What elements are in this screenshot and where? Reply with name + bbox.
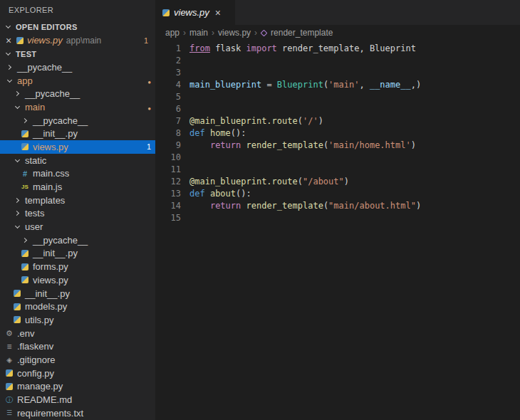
- breadcrumb-render-template[interactable]: render_template: [271, 28, 333, 38]
- chevron-right-icon: [12, 195, 22, 205]
- breadcrumb-views-py[interactable]: views.py: [218, 28, 251, 38]
- code-token: ():: [231, 128, 246, 138]
- folder-item-pycache[interactable]: __pycache__: [0, 87, 155, 100]
- file-item-manage-py[interactable]: manage.py: [0, 380, 155, 394]
- tab-views-py[interactable]: views.py: [155, 0, 235, 25]
- file-item-config-py[interactable]: config.py: [0, 367, 155, 380]
- code-line-6[interactable]: 6: [155, 103, 520, 115]
- file-item-init-py[interactable]: __init__.py: [0, 247, 155, 261]
- open-editor-item-views-py[interactable]: views.py app\main 1: [0, 33, 155, 47]
- open-editor-path: app\main: [66, 36, 101, 46]
- file-item-requirements-txt[interactable]: requirements.txt: [0, 406, 155, 420]
- code-token: home: [210, 128, 231, 138]
- file-item-readme-md[interactable]: README.md: [0, 393, 155, 406]
- code-token: '/': [303, 116, 318, 126]
- code-token: "/about": [303, 177, 344, 187]
- line-number: 3: [155, 67, 181, 79]
- code-token: [205, 128, 210, 138]
- code-line-9[interactable]: 9 return render_template('main/home.html…: [155, 140, 520, 152]
- code-token: return: [210, 201, 241, 211]
- file-item-gitignore[interactable]: .gitignore: [0, 353, 155, 367]
- line-number: 10: [155, 152, 181, 164]
- python-file-icon: [20, 275, 30, 285]
- python-file-icon: [20, 142, 30, 152]
- item-label: forms.py: [33, 261, 68, 272]
- folder-item-pycache[interactable]: __pycache__: [0, 233, 155, 247]
- code-line-13[interactable]: 13def about():: [155, 188, 520, 200]
- code-line-3[interactable]: 3: [155, 67, 520, 79]
- file-item-forms-py[interactable]: forms.py: [0, 260, 155, 273]
- item-label: __pycache__: [33, 235, 88, 246]
- code-line-14[interactable]: 14 return render_template("main/about.ht…: [155, 200, 520, 212]
- code-line-4[interactable]: 4main_blueprint = Blueprint('main', __na…: [155, 79, 520, 91]
- folder-item-tests[interactable]: tests: [0, 207, 155, 221]
- modified-dot-icon: [147, 75, 151, 86]
- python-file-icon: [162, 9, 170, 16]
- line-content: def about():: [181, 188, 251, 200]
- code-line-7[interactable]: 7@main_blueprint.route('/'): [155, 115, 520, 127]
- file-item-views-py[interactable]: views.py1: [0, 140, 155, 154]
- code-line-12[interactable]: 12@main_blueprint.route("/about"): [155, 176, 520, 188]
- item-label: .flaskenv: [17, 341, 53, 352]
- file-item-utils-py[interactable]: utils.py: [0, 313, 155, 327]
- code-token: [205, 189, 210, 199]
- item-label: .gitignore: [17, 355, 55, 365]
- folder-item-pycache[interactable]: __pycache__: [0, 114, 155, 127]
- code-line-11[interactable]: 11: [155, 164, 520, 176]
- code-token: __name__: [370, 80, 411, 90]
- folder-item-templates[interactable]: templates: [0, 194, 155, 207]
- folder-item-static[interactable]: static: [0, 154, 155, 167]
- breadcrumb-app[interactable]: app: [165, 28, 180, 38]
- code-line-8[interactable]: 8def home():: [155, 127, 520, 140]
- folder-item-app[interactable]: app: [0, 74, 155, 88]
- breadcrumb-main[interactable]: main: [189, 28, 208, 38]
- code-line-2[interactable]: 2: [155, 55, 520, 67]
- item-label: __init__.py: [25, 288, 70, 299]
- code-line-15[interactable]: 15: [155, 212, 520, 224]
- item-label: tests: [25, 208, 44, 219]
- item-label: static: [25, 155, 46, 166]
- chevron-down-icon: [12, 102, 22, 112]
- js-file-icon: [20, 182, 30, 192]
- file-item-main-css[interactable]: main.css: [0, 167, 155, 181]
- close-icon[interactable]: [4, 36, 13, 46]
- code-editor[interactable]: 1from flask import render_template, Blue…: [155, 41, 520, 420]
- code-token: def: [189, 128, 205, 138]
- item-label: main.js: [33, 182, 62, 192]
- file-item-flaskenv[interactable]: .flaskenv: [0, 340, 155, 353]
- open-editors-header[interactable]: OPEN EDITORS: [0, 20, 155, 33]
- code-line-1[interactable]: 1from flask import render_template, Blue…: [155, 43, 520, 55]
- file-item-init-py[interactable]: __init__.py: [0, 127, 155, 140]
- folder-item-pycache[interactable]: __pycache__: [0, 61, 155, 74]
- file-item-models-py[interactable]: models.py: [0, 300, 155, 313]
- code-line-5[interactable]: 5: [155, 91, 520, 103]
- file-item-init-py[interactable]: __init__.py: [0, 287, 155, 300]
- line-number: 7: [155, 115, 181, 127]
- line-content: [181, 103, 189, 115]
- line-content: [181, 212, 189, 224]
- code-token: ): [318, 116, 323, 126]
- folder-item-user[interactable]: user: [0, 220, 155, 233]
- file-item-main-js[interactable]: main.js: [0, 180, 155, 194]
- config-file-icon: [4, 342, 14, 352]
- line-number: 15: [155, 212, 181, 224]
- folder-item-main[interactable]: main: [0, 100, 155, 114]
- code-token: import: [246, 43, 276, 53]
- code-token: @main_blueprint.route: [189, 177, 298, 187]
- breadcrumb: app main views.py render_template: [155, 25, 520, 41]
- item-label: views.py: [33, 275, 68, 285]
- code-token: [189, 140, 210, 150]
- line-content: [181, 55, 189, 67]
- close-icon[interactable]: [214, 8, 222, 18]
- chevron-right-icon: [12, 209, 22, 219]
- file-item-env[interactable]: .env: [0, 327, 155, 340]
- item-label: __pycache__: [25, 88, 80, 99]
- python-file-icon: [4, 368, 14, 378]
- item-label: README.md: [17, 394, 72, 405]
- line-number: 13: [155, 188, 181, 200]
- item-label: .env: [17, 328, 35, 339]
- workspace-header[interactable]: TEST: [0, 47, 155, 61]
- code-token: render_template: [246, 140, 323, 150]
- file-item-views-py[interactable]: views.py: [0, 273, 155, 287]
- code-line-10[interactable]: 10: [155, 152, 520, 164]
